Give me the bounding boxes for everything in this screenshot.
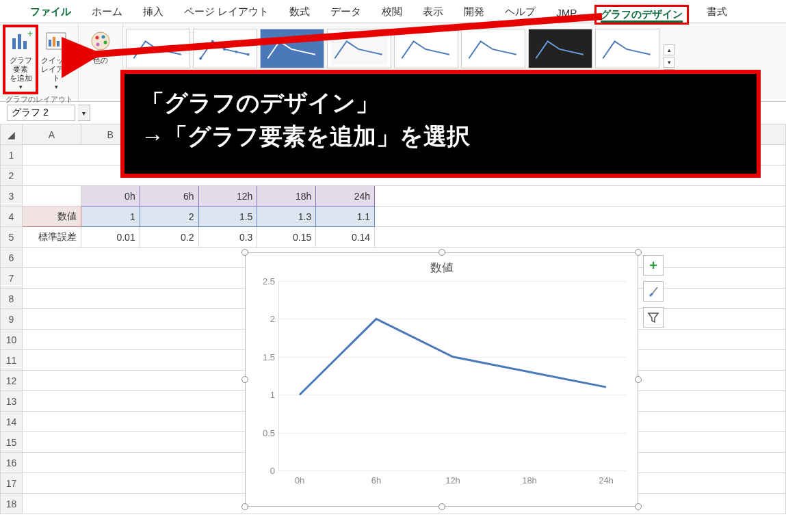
row-header[interactable]: 5 (1, 227, 23, 248)
row-header[interactable]: 14 (1, 412, 23, 432)
resize-handle[interactable] (438, 249, 445, 256)
y-axis-tick: 0.5 (252, 427, 275, 438)
cell[interactable]: 18h (257, 186, 316, 207)
y-axis-tick: 1 (252, 390, 275, 400)
row-header[interactable]: 12 (1, 371, 23, 391)
resize-handle[interactable] (241, 376, 248, 383)
chart-elements-plus-button[interactable]: + (643, 255, 664, 276)
x-axis-tick: 0h (295, 475, 304, 486)
cell[interactable]: 24h (316, 186, 375, 207)
chart-filter-funnel-button[interactable] (643, 307, 664, 328)
row-header[interactable]: 7 (1, 268, 23, 289)
add-chart-element-label: グラフ要素 を追加 (7, 56, 34, 83)
row-header[interactable]: 3 (1, 186, 23, 207)
cell[interactable]: 6h (140, 186, 198, 207)
name-box[interactable] (7, 105, 75, 121)
add-chart-element-button[interactable]: + グラフ要素 を追加 ▾ (3, 25, 38, 94)
annotation-callout: 「グラフのデザイン」 →「グラフ要素を追加」を選択 (120, 70, 761, 178)
y-axis-tick: 0 (252, 466, 275, 476)
row-header[interactable]: 9 (1, 309, 23, 330)
svg-rect-6 (53, 37, 55, 46)
y-axis-tick: 1.5 (252, 351, 275, 362)
resize-handle[interactable] (438, 503, 445, 510)
svg-rect-0 (12, 38, 16, 49)
worksheet-grid[interactable]: ◢ A B C D E F G H I J K L M 1 2 3 0h 6h … (0, 124, 786, 514)
annotation-line2: →「グラフ要素を追加」を選択 (141, 120, 740, 153)
svg-rect-1 (18, 34, 21, 49)
svg-rect-5 (49, 40, 51, 46)
x-axis-tick: 12h (445, 475, 460, 486)
cell[interactable]: 0.01 (81, 227, 140, 248)
x-axis-tick: 24h (599, 475, 614, 486)
row-header[interactable]: 15 (1, 432, 23, 453)
svg-line-19 (653, 287, 657, 293)
y-axis-tick: 2 (252, 314, 275, 324)
chart-series-line[interactable] (300, 319, 606, 395)
cell[interactable]: 0.3 (198, 227, 257, 248)
x-axis-tick: 18h (522, 475, 537, 486)
row-header[interactable]: 4 (1, 207, 23, 227)
resize-handle[interactable] (635, 376, 642, 383)
row-header[interactable]: 8 (1, 289, 23, 309)
row-header[interactable]: 17 (1, 473, 23, 494)
chart-side-buttons: + (643, 255, 664, 328)
row-header[interactable]: 13 (1, 391, 23, 412)
cell[interactable]: 1.5 (198, 207, 257, 227)
svg-rect-2 (23, 41, 27, 49)
annotation-line1: 「グラフのデザイン」 (141, 86, 740, 120)
cell[interactable]: 1 (81, 207, 140, 227)
resize-handle[interactable] (635, 249, 642, 256)
cell[interactable]: 0.15 (257, 227, 316, 248)
chart-styles-brush-button[interactable] (643, 281, 664, 302)
x-axis-tick: 6h (371, 475, 381, 486)
svg-text:+: + (27, 29, 33, 39)
row-header[interactable]: 16 (1, 453, 23, 473)
funnel-icon (647, 311, 659, 323)
cell[interactable]: 0.14 (316, 227, 375, 248)
chevron-down-icon: ▾ (55, 83, 58, 91)
col-header[interactable]: A (22, 124, 81, 145)
chevron-down-icon: ▾ (19, 83, 23, 91)
cell[interactable]: 1.1 (316, 207, 375, 227)
embedded-chart[interactable]: 数値 00.511.522.50h6h12h18h24h (245, 252, 638, 507)
svg-line-20 (89, 16, 602, 55)
cell[interactable]: 2 (140, 207, 198, 227)
row-header[interactable]: 2 (1, 165, 23, 186)
add-chart-element-icon: + (8, 29, 33, 53)
cell[interactable]: 1.3 (257, 207, 316, 227)
row-header[interactable]: 18 (1, 494, 23, 514)
row-header[interactable]: 6 (1, 248, 23, 268)
chart-plot-area[interactable]: 00.511.522.50h6h12h18h24h (278, 281, 627, 471)
resize-handle[interactable] (241, 249, 248, 256)
name-box-dropdown[interactable]: ▾ (78, 105, 90, 121)
plus-icon: + (649, 258, 657, 274)
y-axis-tick: 2.5 (252, 276, 275, 287)
cell[interactable]: 0h (81, 186, 140, 207)
cell[interactable]: 標準誤差 (22, 227, 81, 248)
row-header[interactable]: 1 (1, 145, 23, 165)
select-all-corner[interactable]: ◢ (1, 124, 23, 145)
row-header[interactable]: 11 (1, 350, 23, 371)
chart-title[interactable]: 数値 (246, 253, 638, 278)
cell[interactable]: 数値 (22, 207, 81, 227)
resize-handle[interactable] (241, 503, 248, 510)
cell[interactable]: 0.2 (140, 227, 198, 248)
svg-rect-7 (57, 41, 60, 46)
row-header[interactable]: 10 (1, 330, 23, 350)
cell[interactable]: 12h (198, 186, 257, 207)
resize-handle[interactable] (635, 503, 642, 510)
brush-icon (647, 285, 659, 297)
